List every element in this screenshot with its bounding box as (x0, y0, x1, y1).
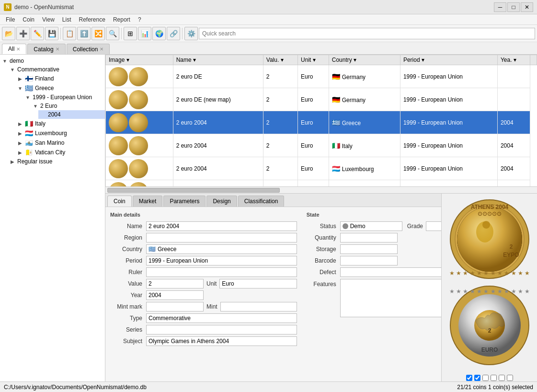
grade-input[interactable] (426, 221, 441, 231)
toolbar-add[interactable]: ➕ (16, 27, 30, 40)
col-image[interactable]: Image ▾ (106, 55, 173, 65)
col-period[interactable]: Period ▾ (400, 55, 497, 65)
detail-tab-parameters[interactable]: Parameters (163, 196, 206, 207)
value-input[interactable] (146, 279, 204, 288)
barcode-input[interactable] (340, 256, 398, 265)
tab-catalog[interactable]: Catalog ✕ (27, 44, 65, 54)
coin-img-obverse (109, 113, 128, 132)
col-unit[interactable]: Unit ▾ (298, 55, 329, 65)
unit-input[interactable] (219, 279, 297, 288)
tree-luxembourg[interactable]: ▶ 🇱🇺 Luxembourg (15, 128, 105, 138)
toolbar-grid[interactable]: ⊞ (124, 27, 137, 40)
titlebar-left: N demo - OpenNumismat (4, 3, 74, 11)
tree-greece-label: Greece (35, 85, 54, 92)
svg-text:2: 2 (509, 243, 513, 250)
tree-commemorative[interactable]: ▼ Commemorative (8, 65, 105, 74)
mintmark-input[interactable] (146, 302, 204, 311)
table-row[interactable]: 2 euro DE (new map) 2 Euro 🇩🇪Germany 199… (106, 88, 537, 111)
tree-luxembourg-label: Luxembourg (35, 130, 67, 137)
maximize-button[interactable]: □ (507, 2, 520, 12)
tree-italy[interactable]: ▶ 🇮🇹 Italy (15, 119, 105, 128)
toolbar-edit[interactable]: ✏️ (31, 27, 44, 40)
quantity-input[interactable] (340, 233, 398, 242)
checkbox6[interactable] (507, 375, 513, 381)
country-field[interactable]: 🇬🇷 Greece (146, 244, 297, 254)
menu-file[interactable]: File (2, 15, 19, 24)
menu-help[interactable]: ? (134, 15, 145, 24)
table-row-selected[interactable]: 2 euro 2004 2 Euro 🇬🇷Greece 1999 - Europ… (106, 111, 537, 134)
window-controls[interactable]: ─ □ ✕ (494, 2, 533, 12)
detail-tab-design[interactable]: Design (206, 196, 237, 207)
tree-root[interactable]: ▼ demo (0, 57, 105, 65)
tree-greece[interactable]: ▼ 🇬🇷 Greece (15, 83, 105, 93)
col-value[interactable]: Valu. ▾ (263, 55, 297, 65)
menu-report[interactable]: Report (109, 15, 134, 24)
checkbox2[interactable] (474, 375, 480, 381)
tree-vaticancity[interactable]: ▶ 🇻🇦 Vatican City (15, 148, 105, 157)
table-scroll[interactable]: Image ▾ Name ▾ Valu. ▾ Unit ▾ Country ▾ … (105, 55, 537, 186)
table-row[interactable]: 2 euro 2004 2 Euro 🇮🇹Italy 1999 - Europe… (106, 134, 537, 157)
toolbar-settings[interactable]: ⚙️ (184, 27, 198, 40)
toolbar-open[interactable]: 📂 (2, 27, 15, 40)
col-country[interactable]: Country ▾ (329, 55, 400, 65)
toolbar-link[interactable]: 🔗 (167, 27, 180, 40)
col-name[interactable]: Name ▾ (173, 55, 263, 65)
tab-collection-close[interactable]: ✕ (100, 46, 103, 52)
subject-input[interactable] (146, 336, 297, 346)
quicksearch-input[interactable] (199, 28, 535, 39)
defect-row: Defect (307, 267, 441, 277)
year-input[interactable] (146, 290, 204, 300)
toolbar-copy[interactable]: 📋 (63, 27, 76, 40)
features-row: Features (307, 279, 441, 317)
tab-all[interactable]: All ✕ (2, 44, 26, 54)
toolbar-move[interactable]: ⬆️ (77, 27, 91, 40)
table-row[interactable]: 2 euro 2004 2 Euro 🇱🇺Luxembourg 1999 - E… (106, 157, 537, 180)
tree-greece-eu[interactable]: ▼ 1999 - European Union (23, 93, 105, 102)
ruler-input[interactable] (146, 267, 297, 277)
tree-finland[interactable]: ▶ 🇫🇮 Finland (15, 74, 105, 83)
toolbar-sort[interactable]: 🔀 (91, 27, 105, 40)
tab-all-close[interactable]: ✕ (16, 46, 20, 52)
defect-input[interactable] (340, 267, 441, 277)
cell-country: 🇮🇹Italy (329, 134, 400, 157)
checkbox5[interactable] (499, 375, 505, 381)
table-row[interactable]: 2 euro 2004 2 Euro 🇸🇲San Marino 1999 - E… (106, 180, 537, 187)
menu-list[interactable]: List (58, 15, 75, 24)
tree-greece-eu-label: 1999 - European Union (33, 94, 92, 101)
type-input[interactable] (146, 313, 297, 323)
table-row[interactable]: 2 euro DE 2 Euro 🇩🇪Germany 1999 - Europe… (106, 65, 537, 88)
menu-reference[interactable]: Reference (75, 15, 109, 24)
horizontal-scrollbar[interactable] (105, 186, 537, 193)
region-input[interactable] (146, 233, 297, 242)
tree-sanmarino[interactable]: ▶ 🇸🇲 San Marino (15, 138, 105, 148)
status-field[interactable]: Demo (340, 221, 402, 231)
name-input[interactable] (146, 221, 297, 231)
col-year[interactable]: Yea. ▾ (497, 55, 530, 65)
region-row: Region (110, 233, 297, 242)
series-input[interactable] (146, 325, 297, 334)
menu-view[interactable]: View (38, 15, 58, 24)
tree-regularissue[interactable]: ▶ Regular issue (8, 157, 105, 166)
toolbar-map[interactable]: 🌍 (152, 27, 166, 40)
storage-input[interactable] (340, 244, 398, 254)
features-textarea[interactable] (340, 279, 441, 317)
toolbar-filter[interactable]: 🔍 (106, 27, 119, 40)
detail-tab-classification[interactable]: Classification (238, 196, 285, 207)
hscrollbar-thumb[interactable] (107, 188, 280, 193)
tab-catalog-close[interactable]: ✕ (56, 46, 59, 52)
close-button[interactable]: ✕ (521, 2, 533, 12)
period-input[interactable] (146, 256, 297, 265)
checkbox3[interactable] (482, 375, 489, 381)
menu-coin[interactable]: Coin (19, 15, 38, 24)
toolbar-save[interactable]: 💾 (45, 27, 58, 40)
checkbox4[interactable] (491, 375, 497, 381)
minimize-button[interactable]: ─ (494, 2, 506, 12)
toolbar-chart[interactable]: 📊 (138, 27, 151, 40)
detail-tab-coin[interactable]: Coin (107, 196, 132, 207)
checkbox1[interactable] (466, 375, 472, 381)
tree-greece-2euro[interactable]: ▼ 2 Euro (31, 102, 105, 110)
mint-input[interactable] (220, 302, 297, 311)
detail-tab-market[interactable]: Market (133, 196, 163, 207)
tree-greece-2004[interactable]: 2004 (38, 110, 105, 119)
tab-collection[interactable]: Collection ✕ (67, 44, 110, 54)
